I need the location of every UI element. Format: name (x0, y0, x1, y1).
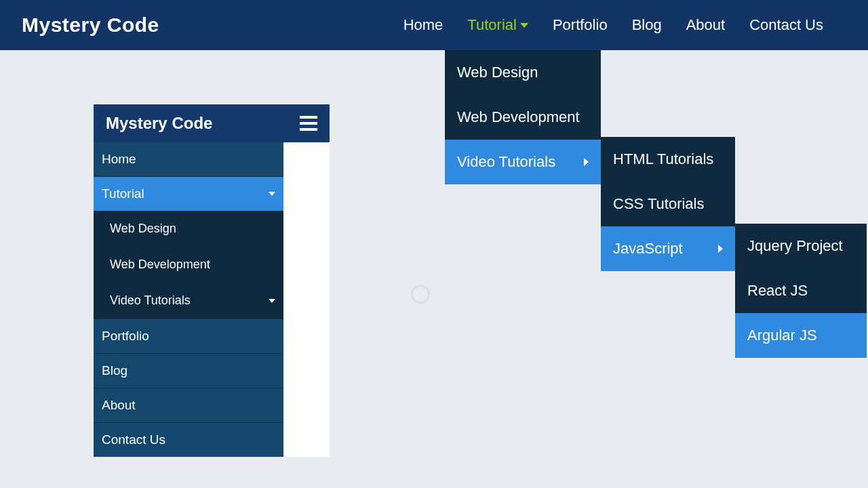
mobile-item-portfolio-label: Portfolio (102, 329, 149, 344)
nav-contact[interactable]: Contact Us (737, 0, 835, 50)
dd-video-tutorials[interactable]: Video Tutorials (445, 140, 601, 184)
dropdown-tutorial: Web Design Web Development Video Tutoria… (445, 50, 601, 184)
nav-tutorial[interactable]: Tutorial (455, 0, 540, 50)
mobile-menu-list: Home Tutorial Web Design Web Development… (94, 142, 283, 457)
dd-css-label: CSS Tutorials (613, 195, 705, 213)
dd-react-js[interactable]: React JS (735, 268, 867, 313)
mobile-menu-header: Mystery Code (94, 104, 330, 142)
mobile-item-home[interactable]: Home (94, 142, 283, 176)
mobile-item-contact[interactable]: Contact Us (94, 422, 283, 457)
mobile-item-about-label: About (102, 398, 136, 413)
dd-javascript[interactable]: JavaScript (601, 226, 735, 271)
mobile-item-blog-label: Blog (102, 363, 127, 378)
mobile-sub-web-design[interactable]: Web Design (94, 211, 283, 247)
dd-web-development-label: Web Development (457, 108, 580, 126)
nav-blog[interactable]: Blog (620, 0, 674, 50)
nav-home-label: Home (403, 16, 443, 34)
dd-angular-js[interactable]: Argular JS (735, 313, 867, 358)
mobile-sub-web-development-label: Web Development (110, 258, 210, 272)
nav-portfolio-label: Portfolio (553, 16, 608, 34)
hamburger-icon[interactable] (300, 116, 317, 131)
mobile-item-blog[interactable]: Blog (94, 353, 283, 388)
dd-web-development[interactable]: Web Development (445, 95, 601, 140)
dd-css-tutorials[interactable]: CSS Tutorials (601, 182, 735, 226)
mobile-item-about[interactable]: About (94, 388, 283, 422)
nav-blog-label: Blog (632, 16, 662, 34)
nav-about[interactable]: About (674, 0, 738, 50)
nav-portfolio[interactable]: Portfolio (540, 0, 620, 50)
dropdown-javascript: Jquery Project React JS Argular JS (735, 224, 867, 358)
brand-title: Mystery Code (22, 14, 159, 37)
mobile-sub-video-tutorials[interactable]: Video Tutorials (94, 283, 283, 319)
dd-html-tutorials[interactable]: HTML Tutorials (601, 137, 735, 182)
dd-video-tutorials-label: Video Tutorials (457, 153, 555, 171)
top-navbar: Mystery Code Home Tutorial Portfolio Blo… (0, 0, 868, 50)
dropdown-video-tutorials: HTML Tutorials CSS Tutorials JavaScript (601, 137, 735, 271)
mobile-sub-web-design-label: Web Design (110, 222, 176, 236)
mobile-sub-video-tutorials-label: Video Tutorials (110, 293, 191, 308)
mobile-sub-web-development[interactable]: Web Development (94, 247, 283, 283)
dd-html-label: HTML Tutorials (613, 150, 713, 168)
mobile-menu-panel: Mystery Code Home Tutorial Web Design We… (94, 104, 330, 457)
mobile-item-contact-label: Contact Us (102, 432, 165, 447)
mobile-item-tutorial-label: Tutorial (102, 186, 144, 201)
dd-javascript-label: JavaScript (613, 240, 683, 258)
chevron-down-icon (520, 23, 528, 28)
mobile-item-home-label: Home (102, 152, 136, 167)
chevron-right-icon (718, 245, 723, 253)
dd-web-design-label: Web Design (457, 64, 538, 81)
mobile-menu-title: Mystery Code (106, 114, 212, 133)
top-nav: Home Tutorial Portfolio Blog About Conta… (391, 0, 835, 50)
dd-jquery-project[interactable]: Jquery Project (735, 224, 867, 268)
mobile-item-tutorial[interactable]: Tutorial (94, 176, 283, 211)
decorative-circle (411, 285, 430, 304)
nav-tutorial-label: Tutorial (467, 16, 517, 34)
chevron-down-icon (269, 192, 275, 196)
nav-about-label: About (686, 16, 726, 34)
chevron-down-icon (269, 299, 275, 303)
nav-home[interactable]: Home (391, 0, 456, 50)
mobile-item-portfolio[interactable]: Portfolio (94, 319, 283, 353)
chevron-right-icon (584, 158, 589, 166)
nav-contact-label: Contact Us (749, 16, 823, 34)
dd-web-design[interactable]: Web Design (445, 50, 601, 95)
